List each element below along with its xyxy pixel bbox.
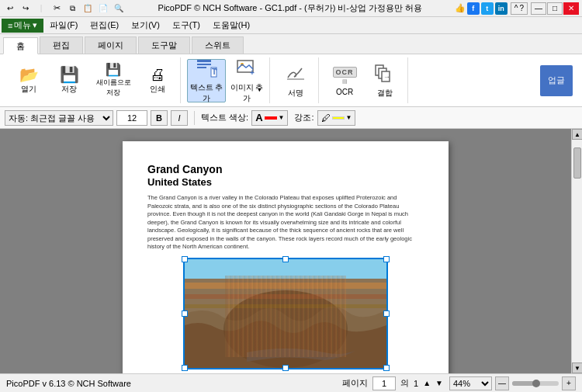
- sign-label: 서명: [288, 88, 303, 99]
- font-family-select[interactable]: 자동: 최근접 글꼴 사용: [5, 110, 113, 126]
- zoom-select[interactable]: 44%: [449, 376, 492, 390]
- page-next-button[interactable]: ▼: [435, 379, 443, 387]
- zoom-plus-button[interactable]: +: [562, 376, 576, 390]
- vertical-scrollbar[interactable]: ▲ ▼: [571, 129, 582, 373]
- handle-bottom-right[interactable]: [383, 365, 390, 371]
- save-as-label: 새이름으로 저장: [92, 78, 134, 98]
- doc-image-container: [147, 259, 424, 368]
- linkedin-icon[interactable]: in: [495, 2, 508, 15]
- text-color-label: 텍스트 색상:: [201, 112, 248, 123]
- combine-label: 결합: [377, 88, 393, 99]
- combine-button[interactable]: → 결합: [365, 59, 404, 102]
- save-as-button[interactable]: 💾 새이름으로 저장: [90, 59, 137, 102]
- ocr-icon: OCR ▤: [332, 64, 357, 86]
- italic-button[interactable]: I: [171, 110, 188, 126]
- image-add-label: 이미지 추가: [230, 82, 264, 104]
- paste-button[interactable]: 📋: [81, 2, 95, 16]
- svg-rect-2: [197, 67, 206, 68]
- ocr-label: OCR: [336, 88, 353, 96]
- open-icon: 📂: [19, 67, 39, 82]
- twitter-icon[interactable]: t: [481, 2, 494, 15]
- zoom-minus-button[interactable]: —: [495, 376, 509, 390]
- doc-image[interactable]: [185, 259, 386, 368]
- cut-button[interactable]: ✂: [50, 2, 64, 16]
- tab-edit[interactable]: 편집: [40, 36, 83, 54]
- image-wrapper[interactable]: [185, 259, 386, 368]
- menu-dropdown-button[interactable]: ≡ 메뉴 ▾: [2, 19, 43, 33]
- ocr-group: OCR ▤ OCR → 결합: [322, 57, 408, 103]
- doc-body-text: The Grand Canyon is a river valley in th…: [147, 194, 424, 252]
- tab-suite[interactable]: 스위트: [192, 36, 244, 54]
- menu-edit[interactable]: 편집(E): [84, 19, 125, 33]
- scroll-down-button[interactable]: ▼: [572, 363, 582, 373]
- handle-bottom-middle[interactable]: [282, 365, 289, 371]
- format-bar: 자동: 최근접 글꼴 사용 B I 텍스트 색상: A ▼ 강조: 🖊 ▼: [0, 107, 582, 129]
- total-pages: 1: [414, 379, 418, 388]
- handle-left-middle[interactable]: [182, 310, 188, 317]
- highlight-dropdown-arrow[interactable]: ▼: [346, 114, 352, 121]
- highlight-swatch: [332, 116, 345, 120]
- window-controls: — □ ✕: [531, 2, 579, 15]
- handle-right-middle[interactable]: [383, 310, 390, 317]
- scroll-track[interactable]: [572, 140, 582, 363]
- handle-top-right[interactable]: [383, 256, 390, 262]
- menu-tools[interactable]: 도구(T): [166, 19, 206, 33]
- new-button[interactable]: 📄: [96, 2, 110, 16]
- text-add-button[interactable]: T + 텍스트 추가: [187, 59, 226, 102]
- facebook-icon[interactable]: f: [467, 2, 480, 15]
- save-button[interactable]: 💾 저장: [50, 59, 88, 102]
- color-dropdown-arrow[interactable]: ▼: [279, 114, 285, 121]
- highlight-label: 강조:: [294, 112, 314, 123]
- main-toolbar: 📂 열기 💾 저장 💾 새이름으로 저장 🖨 인쇄 T: [0, 54, 582, 107]
- tab-page[interactable]: 페이지: [85, 36, 137, 54]
- svg-rect-0: [197, 60, 211, 62]
- text-color-button[interactable]: A ▼: [251, 110, 288, 126]
- document-canvas[interactable]: Grand Canyon United States The Grand Can…: [0, 129, 571, 373]
- help-button[interactable]: ^ ?: [511, 2, 528, 15]
- tab-home[interactable]: 홈: [3, 37, 38, 54]
- zoom-controls: 44% — +: [449, 376, 576, 390]
- tab-tools[interactable]: 도구말: [138, 36, 190, 54]
- scroll-thumb[interactable]: [573, 147, 581, 179]
- redo-button[interactable]: ↪: [19, 2, 33, 16]
- upload-button[interactable]: 업글: [540, 65, 573, 96]
- status-bar: PicoPDF v 6.13 © NCH Software 페이지 의 1 ▲ …: [0, 373, 582, 392]
- menu-help[interactable]: 도움말(H): [206, 19, 256, 33]
- bold-button[interactable]: B: [151, 110, 168, 126]
- image-add-icon: +: [236, 57, 258, 81]
- handle-top-middle[interactable]: [282, 256, 289, 262]
- scroll-up-button[interactable]: ▲: [572, 129, 582, 140]
- minimize-button[interactable]: —: [531, 2, 546, 15]
- ocr-button[interactable]: OCR ▤ OCR: [325, 59, 364, 102]
- zoom-slider-track[interactable]: [512, 381, 559, 386]
- font-size-input[interactable]: [116, 110, 147, 126]
- edit-group: T + 텍스트 추가 + 이미지 추가 ▼: [184, 57, 270, 103]
- title-bar-left: ↩ ↪ | ✂ ⧉ 📋 📄 🔍: [3, 2, 126, 16]
- highlight-button[interactable]: 🖊 ▼: [317, 110, 356, 126]
- doc-title: Grand Canyon: [147, 163, 424, 175]
- close-button[interactable]: ✕: [563, 2, 579, 15]
- page-prev-button[interactable]: ▲: [423, 379, 431, 387]
- open-button[interactable]: 📂 열기: [9, 59, 48, 102]
- main-area: Grand Canyon United States The Grand Can…: [0, 129, 582, 373]
- image-add-button[interactable]: + 이미지 추가 ▼: [227, 59, 266, 102]
- current-page-input[interactable]: [372, 376, 396, 390]
- zoom-slider-handle[interactable]: [532, 380, 540, 387]
- total-pages-label: 의: [400, 377, 409, 389]
- sign-button[interactable]: 서명: [276, 59, 315, 102]
- svg-rect-18: [185, 294, 386, 299]
- menu-file[interactable]: 파일(F): [43, 19, 84, 33]
- print-button[interactable]: 🖨 인쇄: [138, 59, 177, 102]
- copy-button[interactable]: ⧉: [65, 2, 79, 16]
- dropdown-arrow: ▼: [257, 87, 262, 92]
- handle-bottom-left[interactable]: [182, 365, 188, 371]
- page-info: 페이지 의 1 ▲ ▼: [342, 376, 443, 390]
- search-button[interactable]: 🔍: [112, 2, 126, 16]
- undo-button[interactable]: ↩: [3, 2, 17, 16]
- caret-icon: ^: [514, 4, 518, 12]
- maximize-button[interactable]: □: [547, 2, 563, 15]
- handle-top-left[interactable]: [182, 256, 188, 262]
- menu-view[interactable]: 보기(V): [125, 19, 166, 33]
- like-icon[interactable]: 👍: [455, 3, 466, 13]
- file-group: 📂 열기 💾 저장 💾 새이름으로 저장 🖨 인쇄: [6, 57, 181, 103]
